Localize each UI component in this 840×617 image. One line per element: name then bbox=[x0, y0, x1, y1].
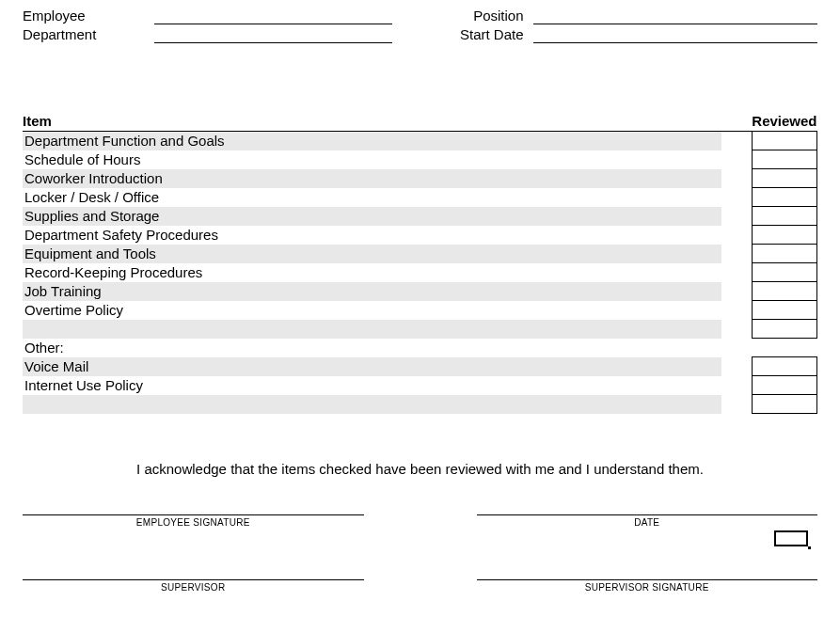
item-cell: Locker / Desk / Office bbox=[23, 188, 721, 207]
position-field-row: Position bbox=[449, 8, 818, 24]
department-input-line[interactable] bbox=[154, 26, 392, 43]
table-header-row: Item Reviewed bbox=[23, 111, 817, 132]
item-cell: Voice Mail bbox=[23, 357, 721, 376]
date-cell: DATE bbox=[477, 514, 818, 528]
table-row: Internet Use Policy bbox=[23, 376, 817, 395]
date-label: DATE bbox=[634, 517, 659, 528]
item-cell bbox=[23, 395, 721, 414]
reviewed-checkbox[interactable] bbox=[752, 395, 816, 414]
item-cell: Record-Keeping Procedures bbox=[23, 263, 721, 282]
table-row: Overtime Policy bbox=[23, 301, 817, 320]
table-row bbox=[23, 395, 817, 414]
header-left-column: Employee Department bbox=[23, 8, 392, 45]
item-cell bbox=[23, 320, 721, 339]
reviewed-checkbox[interactable] bbox=[752, 263, 816, 282]
supervisor-line[interactable]: SUPERVISOR bbox=[23, 579, 364, 593]
date-line[interactable]: DATE bbox=[477, 514, 818, 528]
reviewed-checkbox[interactable] bbox=[752, 150, 816, 169]
table-row: Department Function and Goals bbox=[23, 132, 817, 150]
table-row: Supplies and Storage bbox=[23, 207, 817, 226]
position-input-line[interactable] bbox=[533, 8, 818, 24]
item-cell: Internet Use Policy bbox=[23, 376, 721, 395]
table-row: Job Training bbox=[23, 282, 817, 301]
reviewed-checkbox[interactable] bbox=[752, 357, 816, 376]
item-cell: Supplies and Storage bbox=[23, 207, 721, 226]
reviewed-checkbox[interactable] bbox=[752, 169, 816, 188]
item-cell: Overtime Policy bbox=[23, 301, 721, 320]
table-row: Locker / Desk / Office bbox=[23, 188, 817, 207]
position-label: Position bbox=[449, 8, 533, 24]
employee-field-row: Employee bbox=[23, 8, 392, 24]
table-row: Coworker Introduction bbox=[23, 169, 817, 188]
employee-signature-cell: EMPLOYEE SIGNATURE bbox=[23, 514, 364, 528]
supervisor-signature-label: SUPERVISOR SIGNATURE bbox=[585, 582, 709, 593]
supervisor-cell: SUPERVISOR bbox=[23, 579, 364, 593]
supervisor-signature-line[interactable]: SUPERVISOR SIGNATURE bbox=[477, 579, 818, 593]
item-cell: Department Function and Goals bbox=[23, 132, 721, 150]
other-label-row: Other: bbox=[23, 339, 817, 357]
reviewed-checkbox[interactable] bbox=[752, 207, 816, 226]
reviewed-checkbox[interactable] bbox=[752, 376, 816, 395]
employee-signature-label: EMPLOYEE SIGNATURE bbox=[136, 517, 250, 528]
item-cell: Coworker Introduction bbox=[23, 169, 721, 188]
corner-marker-icon bbox=[774, 530, 808, 546]
employee-label: Employee bbox=[23, 8, 154, 24]
item-cell: Equipment and Tools bbox=[23, 245, 721, 263]
header-item: Item bbox=[23, 111, 721, 132]
checklist-table: Item Reviewed Department Function and Go… bbox=[23, 111, 817, 414]
start-date-input-line[interactable] bbox=[533, 26, 818, 43]
acknowledgement-text: I acknowledge that the items checked hav… bbox=[23, 461, 817, 477]
reviewed-checkbox[interactable] bbox=[752, 245, 816, 263]
header-fields: Employee Department Position Start Date bbox=[23, 8, 817, 45]
table-row: Record-Keeping Procedures bbox=[23, 263, 817, 282]
department-label: Department bbox=[23, 26, 154, 43]
department-field-row: Department bbox=[23, 26, 392, 43]
table-row: Equipment and Tools bbox=[23, 245, 817, 263]
reviewed-checkbox[interactable] bbox=[752, 320, 816, 339]
start-date-field-row: Start Date bbox=[449, 26, 818, 43]
signature-row-1: EMPLOYEE SIGNATURE DATE bbox=[23, 514, 817, 528]
start-date-label: Start Date bbox=[449, 26, 533, 43]
other-label: Other: bbox=[23, 339, 721, 357]
table-row: Voice Mail bbox=[23, 357, 817, 376]
header-gap bbox=[721, 111, 752, 132]
reviewed-checkbox[interactable] bbox=[752, 226, 816, 245]
table-row: Schedule of Hours bbox=[23, 150, 817, 169]
item-cell: Department Safety Procedures bbox=[23, 226, 721, 245]
reviewed-checkbox[interactable] bbox=[752, 132, 816, 150]
item-cell: Job Training bbox=[23, 282, 721, 301]
employee-input-line[interactable] bbox=[154, 8, 392, 24]
supervisor-signature-cell: SUPERVISOR SIGNATURE bbox=[477, 579, 818, 593]
supervisor-label: SUPERVISOR bbox=[161, 582, 225, 593]
table-row bbox=[23, 320, 817, 339]
table-row: Department Safety Procedures bbox=[23, 226, 817, 245]
reviewed-checkbox[interactable] bbox=[752, 188, 816, 207]
header-reviewed: Reviewed bbox=[752, 111, 816, 132]
reviewed-checkbox[interactable] bbox=[752, 282, 816, 301]
signature-row-2: SUPERVISOR SUPERVISOR SIGNATURE bbox=[23, 579, 817, 593]
employee-signature-line[interactable]: EMPLOYEE SIGNATURE bbox=[23, 514, 364, 528]
header-right-column: Position Start Date bbox=[449, 8, 818, 45]
reviewed-checkbox[interactable] bbox=[752, 301, 816, 320]
item-cell: Schedule of Hours bbox=[23, 150, 721, 169]
